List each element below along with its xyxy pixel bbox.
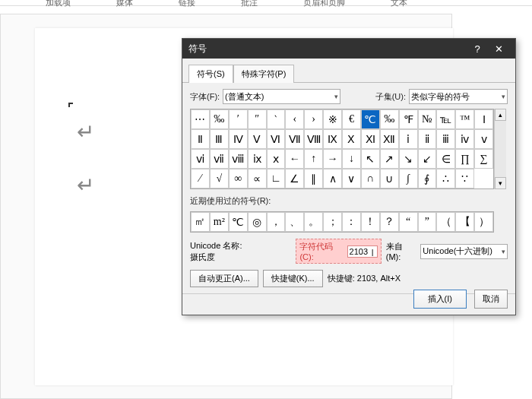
symbol-cell[interactable]: Ⅴ [248, 129, 267, 149]
symbol-cell[interactable]: ∏ [455, 149, 474, 169]
symbol-cell[interactable]: ∥ [304, 169, 323, 188]
symbol-cell[interactable]: Ⅻ [380, 129, 399, 149]
symbol-cell[interactable]: № [418, 109, 437, 129]
symbol-cell[interactable]: ∴ [436, 169, 455, 188]
symbol-cell[interactable]: ∫ [399, 169, 418, 188]
symbol-cell[interactable]: Ⅶ [285, 129, 304, 149]
symbol-cell[interactable]: ↗ [380, 149, 399, 169]
symbol-cell[interactable]: Ⅺ [361, 129, 380, 149]
recent-symbol-cell[interactable]: ！ [361, 212, 380, 232]
recent-symbol-cell[interactable]: ㎡ [191, 212, 210, 232]
symbol-cell[interactable]: ↑ [304, 149, 323, 169]
scroll-up-icon[interactable]: ▴ [495, 109, 506, 121]
symbol-cell[interactable]: ← [285, 149, 304, 169]
autocorrect-button[interactable]: 自动更正(A)... [190, 270, 258, 287]
recent-symbol-cell[interactable]: ： [342, 212, 361, 232]
symbol-cell[interactable]: ⅷ [229, 149, 248, 169]
symbol-cell[interactable]: ↙ [418, 149, 437, 169]
font-dropdown[interactable]: (普通文本) ▾ [223, 89, 340, 104]
symbol-cell[interactable]: → [323, 149, 342, 169]
recent-symbol-cell[interactable]: ？ [380, 212, 399, 232]
symbol-cell[interactable]: Ⅷ [304, 129, 323, 149]
symbol-cell[interactable]: ⅰ [399, 129, 418, 149]
subset-dropdown[interactable]: 类似字母的符号 ▾ [409, 89, 508, 104]
symbol-cell[interactable]: Ⅱ [191, 129, 210, 149]
symbol-cell[interactable]: ℃ [361, 109, 380, 129]
symbol-cell[interactable]: ∧ [323, 169, 342, 188]
symbol-cell[interactable]: ⅲ [436, 129, 455, 149]
recent-symbol-cell[interactable]: ◎ [248, 212, 267, 232]
ribbon-media[interactable]: 媒体 [116, 0, 133, 2]
symbol-cell[interactable]: Ⅳ [229, 129, 248, 149]
symbol-cell[interactable]: ∞ [229, 169, 248, 188]
help-button[interactable]: ? [467, 43, 488, 55]
symbol-cell[interactable]: ™ [455, 109, 474, 129]
shortcut-key-button[interactable]: 快捷键(K)... [263, 270, 323, 287]
symbol-cell[interactable]: ∨ [342, 169, 361, 188]
symbol-cell[interactable]: ⋯ [191, 109, 210, 129]
symbol-cell[interactable]: › [304, 109, 323, 129]
symbol-cell[interactable]: ‰ [380, 109, 399, 129]
dialog-titlebar[interactable]: 符号 ? ✕ [182, 39, 515, 59]
insert-button[interactable]: 插入(I) [413, 290, 467, 309]
from-dropdown[interactable]: Unicode(十六进制) ▾ [420, 244, 508, 259]
symbol-cell[interactable]: ∈ [436, 149, 455, 169]
symbol-cell[interactable]: ⅳ [455, 129, 474, 149]
symbol-cell[interactable]: ⅸ [248, 149, 267, 169]
symbol-cell[interactable]: ⅱ [418, 129, 437, 149]
symbol-cell[interactable]: ↖ [361, 149, 380, 169]
symbol-cell[interactable]: Ⅲ [210, 129, 229, 149]
symbol-cell[interactable]: ℡ [436, 109, 455, 129]
ribbon-headerfooter[interactable]: 页眉和页脚 [303, 0, 345, 2]
scroll-track[interactable] [495, 121, 506, 177]
symbol-cell[interactable]: ⅵ [191, 149, 210, 169]
recent-symbol-cell[interactable]: ℃ [229, 212, 248, 232]
symbol-cell[interactable]: Ⅵ [267, 129, 286, 149]
recent-symbol-cell[interactable]: ） [474, 212, 493, 232]
symbol-cell[interactable]: ∮ [418, 169, 437, 188]
symbol-cell[interactable]: ∑ [474, 149, 493, 169]
symbol-cell[interactable]: ⅹ [267, 149, 286, 169]
symbol-cell[interactable]: ∩ [361, 169, 380, 188]
symbol-cell[interactable]: ‵ [267, 109, 286, 129]
symbol-cell[interactable]: ∕ [191, 169, 210, 188]
symbol-cell[interactable]: ℉ [399, 109, 418, 129]
symbol-cell[interactable]: ⅴ [474, 129, 493, 149]
symbol-cell[interactable]: ‹ [285, 109, 304, 129]
scroll-down-icon[interactable]: ▾ [495, 177, 506, 189]
ribbon-addins[interactable]: 加载项 [46, 0, 71, 2]
tab-symbols[interactable]: 符号(S) [188, 65, 233, 83]
symbol-cell[interactable]: ↘ [399, 149, 418, 169]
recent-symbol-cell[interactable]: 、 [285, 212, 304, 232]
symbol-cell[interactable]: ∵ [455, 169, 474, 188]
recent-symbol-cell[interactable]: （ [436, 212, 455, 232]
symbol-cell[interactable]: ↓ [342, 149, 361, 169]
symbol-cell[interactable]: Ⅹ [342, 129, 361, 149]
symbol-cell[interactable]: ∠ [285, 169, 304, 188]
symbol-cell[interactable]: € [342, 109, 361, 129]
recent-symbol-cell[interactable]: ， [267, 212, 286, 232]
close-button[interactable]: ✕ [488, 43, 509, 55]
symbol-cell[interactable]: ″ [248, 109, 267, 129]
recent-symbol-cell[interactable]: ” [418, 212, 437, 232]
symbol-cell[interactable]: Ⅰ [474, 109, 493, 129]
symbol-cell[interactable]: ‰ [210, 109, 229, 129]
grid-scrollbar[interactable]: ▴ ▾ [494, 109, 506, 189]
cancel-button[interactable]: 取消 [474, 290, 508, 309]
symbol-cell[interactable]: ∪ [380, 169, 399, 188]
recent-symbol-cell[interactable]: m² [210, 212, 229, 232]
symbol-cell[interactable]: ∝ [248, 169, 267, 188]
symbol-cell[interactable]: ′ [229, 109, 248, 129]
char-code-input[interactable]: 2103 I [347, 245, 378, 258]
recent-symbol-cell[interactable]: “ [399, 212, 418, 232]
symbol-cell[interactable]: √ [210, 169, 229, 188]
symbol-cell[interactable]: ⅶ [210, 149, 229, 169]
ribbon-links[interactable]: 链接 [179, 0, 195, 2]
tab-special-chars[interactable]: 特殊字符(P) [233, 65, 295, 83]
recent-symbol-cell[interactable]: 【 [455, 212, 474, 232]
symbol-cell[interactable]: ∟ [267, 169, 286, 188]
symbol-cell[interactable]: Ⅸ [323, 129, 342, 149]
recent-symbol-cell[interactable]: ； [323, 212, 342, 232]
recent-symbol-cell[interactable]: 。 [304, 212, 323, 232]
ribbon-text[interactable]: 文本 [391, 0, 407, 2]
